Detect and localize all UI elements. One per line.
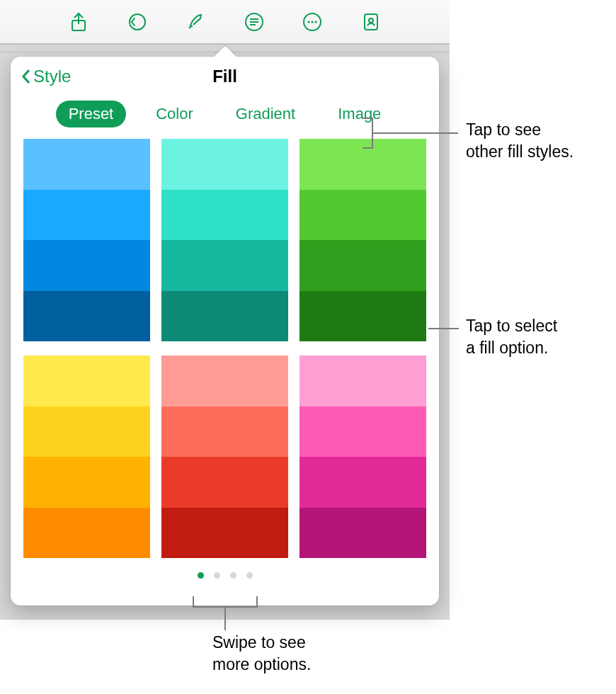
format-icon[interactable] xyxy=(179,6,212,38)
back-to-style-button[interactable]: Style xyxy=(21,57,71,96)
swatch-block-pink[interactable] xyxy=(300,355,426,558)
back-label: Style xyxy=(33,67,71,86)
popover-title: Fill xyxy=(212,67,237,86)
segment-image[interactable]: Image xyxy=(325,101,394,127)
swatch-block-green[interactable] xyxy=(300,139,426,341)
swatch-block-yellow[interactable] xyxy=(23,355,150,558)
swatch-row[interactable] xyxy=(23,457,150,508)
swatch-row[interactable] xyxy=(300,355,426,406)
undo-icon[interactable] xyxy=(121,6,154,38)
swatch-row[interactable] xyxy=(300,240,426,291)
fill-style-segments: Preset Color Gradient Image xyxy=(11,96,439,139)
page-indicator[interactable] xyxy=(11,558,439,579)
segment-color[interactable]: Color xyxy=(143,101,206,127)
swatch-row[interactable] xyxy=(23,355,150,406)
more-icon[interactable] xyxy=(296,6,329,38)
swatch-row[interactable] xyxy=(23,508,150,559)
swatch-row[interactable] xyxy=(161,508,288,559)
share-icon[interactable] xyxy=(62,6,95,38)
svg-point-9 xyxy=(315,21,317,23)
page-dot[interactable] xyxy=(198,572,204,579)
swatch-row[interactable] xyxy=(161,240,288,291)
swatch-row[interactable] xyxy=(23,406,150,457)
swatch-row[interactable] xyxy=(300,406,426,457)
page-dot[interactable] xyxy=(214,572,220,579)
callout-fill-styles: Tap to see other fill styles. xyxy=(466,119,574,163)
svg-point-7 xyxy=(308,21,310,23)
swatch-row[interactable] xyxy=(161,139,288,190)
swatch-row[interactable] xyxy=(23,240,150,291)
segment-gradient[interactable]: Gradient xyxy=(223,101,308,127)
swatch-row[interactable] xyxy=(23,190,150,241)
swatch-block-teal[interactable] xyxy=(161,139,288,341)
svg-point-11 xyxy=(369,18,373,23)
fill-popover: Style Fill Preset Color Gradient Image xyxy=(11,57,439,605)
swatch-row[interactable] xyxy=(161,406,288,457)
swatch-row[interactable] xyxy=(161,190,288,241)
svg-point-8 xyxy=(312,21,314,23)
swatch-row[interactable] xyxy=(300,139,426,190)
callout-swipe: Swipe to see more options. xyxy=(212,632,311,676)
swatch-block-blue[interactable] xyxy=(23,139,150,341)
swatch-row[interactable] xyxy=(300,457,426,508)
swatch-row[interactable] xyxy=(23,291,150,342)
justify-icon[interactable] xyxy=(238,6,270,38)
swatch-row[interactable] xyxy=(300,291,426,342)
swatch-row[interactable] xyxy=(23,139,150,190)
segment-preset[interactable]: Preset xyxy=(56,101,127,127)
swatch-row[interactable] xyxy=(300,190,426,241)
presenter-icon[interactable] xyxy=(355,6,387,38)
preset-swatch-grid xyxy=(11,139,439,558)
swatch-block-red[interactable] xyxy=(161,355,288,558)
toolbar xyxy=(0,0,450,44)
swatch-row[interactable] xyxy=(161,291,288,342)
swatch-row[interactable] xyxy=(161,355,288,406)
page-dot[interactable] xyxy=(230,572,236,579)
callout-fill-option: Tap to select a fill option. xyxy=(466,315,557,359)
page-dot[interactable] xyxy=(246,572,253,579)
swatch-row[interactable] xyxy=(161,457,288,508)
swatch-row[interactable] xyxy=(300,508,426,559)
